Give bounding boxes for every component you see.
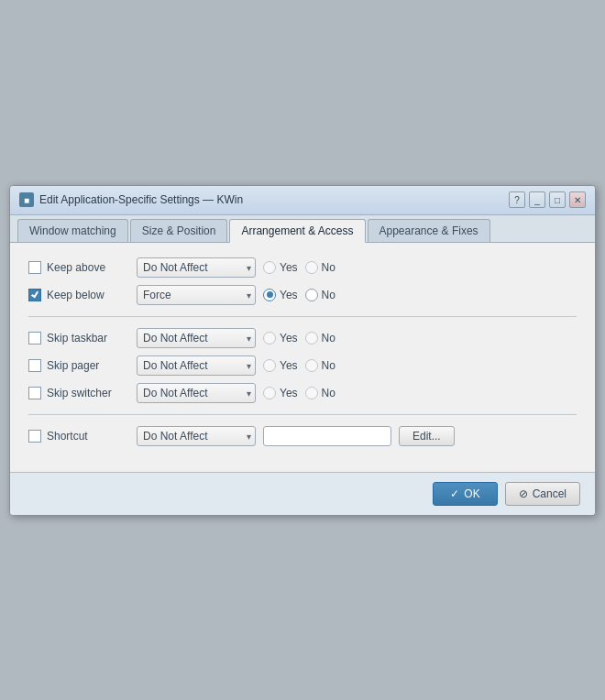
section-shortcut: Shortcut Do Not Affect Force Edit... [28, 426, 577, 446]
skip-switcher-select[interactable]: Do Not Affect Force [137, 383, 256, 403]
row-keep-above: Keep above Do Not Affect Force Apply Ini… [28, 257, 577, 278]
skip-pager-no-label[interactable]: No [305, 359, 336, 372]
title-bar-controls: ? _ □ ✕ [509, 191, 586, 208]
keep-above-radio-group: Yes No [263, 261, 336, 274]
keep-below-no-radio[interactable] [305, 289, 318, 301]
skip-pager-select-wrapper: Do Not Affect Force [137, 355, 256, 376]
keep-above-no-label[interactable]: No [305, 261, 336, 274]
skip-taskbar-yes-label[interactable]: Yes [263, 332, 298, 345]
skip-taskbar-checkbox[interactable] [28, 332, 41, 345]
skip-pager-select[interactable]: Do Not Affect Force [137, 355, 256, 376]
keep-below-radio-group: Yes No [263, 289, 336, 301]
skip-pager-radio-group: Yes No [263, 359, 336, 372]
ok-label: OK [464, 487, 479, 500]
cancel-symbol-icon: ⊘ [519, 487, 528, 500]
cancel-button[interactable]: ⊘ Cancel [505, 482, 580, 506]
tab-window-matching[interactable]: Window matching [17, 219, 128, 242]
skip-switcher-yes-label[interactable]: Yes [263, 387, 298, 399]
shortcut-select-wrapper: Do Not Affect Force [137, 426, 256, 446]
skip-switcher-radio-group: Yes No [263, 387, 336, 399]
skip-pager-text: Skip pager [47, 359, 99, 372]
ok-check-icon: ✓ [450, 487, 459, 500]
skip-pager-yes-radio[interactable] [263, 359, 276, 372]
section-keep: Keep above Do Not Affect Force Apply Ini… [28, 257, 577, 305]
title-bar: ■ Edit Application-Specific Settings — K… [10, 186, 595, 215]
skip-pager-yes-label[interactable]: Yes [263, 359, 298, 372]
divider-1 [28, 316, 577, 317]
skip-taskbar-yes-radio[interactable] [263, 332, 276, 345]
keep-above-select-wrapper: Do Not Affect Force Apply Initially [137, 257, 256, 278]
shortcut-select[interactable]: Do Not Affect Force [137, 426, 256, 446]
keep-below-text: Keep below [47, 289, 104, 301]
row-skip-taskbar: Skip taskbar Do Not Affect Force Yes [28, 328, 577, 348]
skip-pager-no-radio[interactable] [305, 359, 318, 372]
row-keep-below: Keep below Do Not Affect Force Apply Ini… [28, 285, 577, 305]
row-shortcut: Shortcut Do Not Affect Force Edit... [28, 426, 577, 446]
skip-taskbar-text: Skip taskbar [47, 332, 107, 345]
keep-below-yes-label[interactable]: Yes [263, 289, 298, 301]
skip-pager-checkbox[interactable] [28, 359, 41, 372]
keep-below-select[interactable]: Do Not Affect Force Apply Initially [137, 285, 256, 305]
keep-above-yes-radio[interactable] [263, 261, 276, 274]
keep-below-label: Keep below [28, 289, 129, 301]
shortcut-label: Shortcut [28, 430, 129, 443]
help-button[interactable]: ? [509, 191, 525, 208]
keep-above-yes-label[interactable]: Yes [263, 261, 298, 274]
row-skip-pager: Skip pager Do Not Affect Force Yes [28, 355, 577, 376]
skip-taskbar-select-wrapper: Do Not Affect Force [137, 328, 256, 348]
tab-appearance-fixes[interactable]: Appearance & Fixes [368, 219, 490, 242]
row-skip-switcher: Skip switcher Do Not Affect Force Yes [28, 383, 577, 403]
ok-button[interactable]: ✓ OK [433, 482, 497, 506]
skip-taskbar-select[interactable]: Do Not Affect Force [137, 328, 256, 348]
keep-above-text: Keep above [47, 261, 105, 274]
section-skip: Skip taskbar Do Not Affect Force Yes [28, 328, 577, 403]
keep-above-select[interactable]: Do Not Affect Force Apply Initially [137, 257, 256, 278]
main-window: ■ Edit Application-Specific Settings — K… [9, 185, 596, 516]
skip-switcher-label: Skip switcher [28, 387, 129, 399]
skip-switcher-text: Skip switcher [47, 387, 112, 399]
skip-taskbar-radio-group: Yes No [263, 332, 336, 345]
keep-above-no-radio[interactable] [305, 261, 318, 274]
keep-below-checkbox[interactable] [28, 289, 41, 301]
skip-switcher-no-label[interactable]: No [305, 387, 336, 399]
minimize-button[interactable]: _ [529, 191, 545, 208]
title-bar-left: ■ Edit Application-Specific Settings — K… [19, 192, 243, 207]
skip-taskbar-label: Skip taskbar [28, 332, 129, 345]
content-area: Keep above Do Not Affect Force Apply Ini… [10, 243, 595, 472]
shortcut-text: Shortcut [47, 430, 88, 443]
divider-2 [28, 414, 577, 415]
edit-button[interactable]: Edit... [399, 426, 455, 446]
keep-below-no-label[interactable]: No [305, 289, 336, 301]
skip-switcher-select-wrapper: Do Not Affect Force [137, 383, 256, 403]
tab-bar: Window matching Size & Position Arrangem… [10, 215, 595, 243]
cancel-label: Cancel [533, 487, 566, 500]
keep-above-checkbox[interactable] [28, 261, 41, 274]
tab-size-position[interactable]: Size & Position [130, 219, 228, 242]
maximize-button[interactable]: □ [549, 191, 566, 208]
skip-switcher-checkbox[interactable] [28, 387, 41, 399]
keep-below-yes-radio[interactable] [263, 289, 276, 301]
skip-pager-label: Skip pager [28, 359, 129, 372]
skip-taskbar-no-radio[interactable] [305, 332, 318, 345]
app-icon: ■ [19, 192, 34, 207]
shortcut-checkbox[interactable] [28, 430, 41, 443]
bottom-bar: ✓ OK ⊘ Cancel [10, 472, 595, 515]
skip-switcher-no-radio[interactable] [305, 387, 318, 399]
tab-arrangement-access[interactable]: Arrangement & Access [229, 219, 365, 243]
close-button[interactable]: ✕ [569, 191, 586, 208]
keep-above-label: Keep above [28, 261, 129, 274]
shortcut-input[interactable] [263, 426, 391, 446]
skip-switcher-yes-radio[interactable] [263, 387, 276, 399]
keep-below-select-wrapper: Do Not Affect Force Apply Initially [137, 285, 256, 305]
skip-taskbar-no-label[interactable]: No [305, 332, 336, 345]
window-title: Edit Application-Specific Settings — KWi… [39, 193, 243, 206]
